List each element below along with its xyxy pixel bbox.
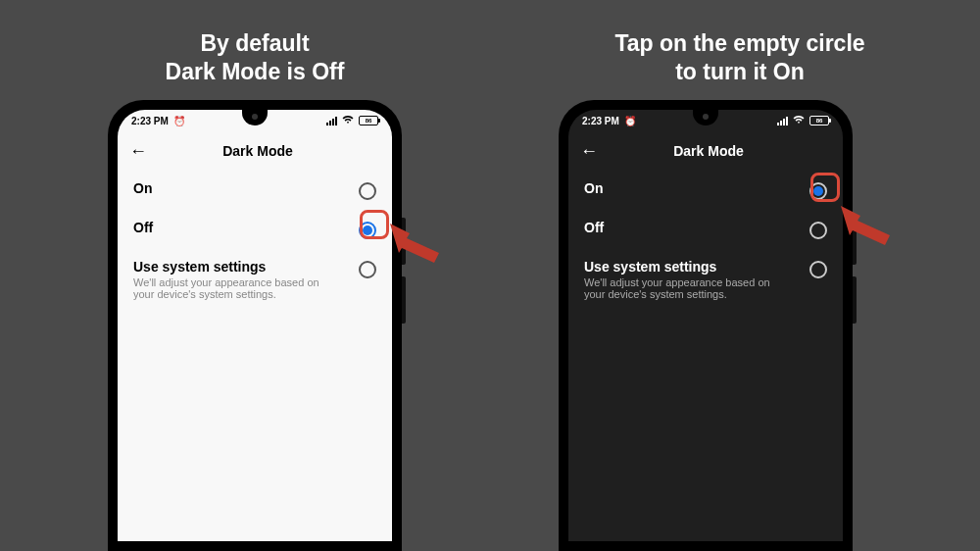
radio-off[interactable] [359,222,376,239]
alarm-icon: ⏰ [624,116,636,126]
volume-up-button[interactable] [402,218,406,265]
page-title: Dark Mode [612,143,806,159]
radio-on[interactable] [809,182,827,200]
option-on[interactable]: On [568,171,843,210]
caption-left: By default Dark Mode is Off [98,29,412,86]
option-system[interactable]: Use system settings We'll adjust your ap… [568,249,843,310]
caption-right-line1: Tap on the empty circle [614,30,864,56]
option-system-sub: We'll adjust your appearance based on yo… [133,276,329,300]
signal-icon [777,117,788,125]
caption-left-line2: Dark Mode is Off [166,59,345,84]
option-on[interactable]: On [118,171,392,210]
battery-icon: 86 [359,116,378,125]
caption-right: Tap on the empty circle to turn it On [568,29,911,86]
volume-down-button[interactable] [853,276,857,324]
radio-system[interactable] [359,261,376,278]
option-off-label: Off [584,220,604,235]
back-button[interactable]: ← [129,141,147,162]
option-off[interactable]: Off [568,210,843,249]
alarm-icon: ⏰ [173,116,185,126]
volume-up-button[interactable] [853,218,857,265]
option-system[interactable]: Use system settings We'll adjust your ap… [118,249,392,310]
back-button[interactable]: ← [580,141,598,162]
battery-icon: 86 [809,116,829,125]
option-system-sub: We'll adjust your appearance based on yo… [584,276,780,300]
wifi-icon [793,115,805,126]
status-time: 2:23 PM [582,116,619,126]
caption-right-line2: to turn it On [675,59,805,84]
status-time: 2:23 PM [131,116,169,126]
caption-left-line1: By default [200,30,309,56]
screen-dark: 2:23 PM ⏰ 86 ← Dark Mode On Off [568,110,843,541]
option-system-label: Use system settings [584,259,780,275]
title-bar: ← Dark Mode [568,131,843,171]
option-off[interactable]: Off [118,210,392,249]
radio-system[interactable] [809,261,827,278]
signal-icon [326,117,337,125]
radio-off[interactable] [809,222,827,239]
volume-down-button[interactable] [402,276,406,324]
option-on-label: On [133,180,152,196]
option-on-label: On [584,180,603,196]
option-system-label: Use system settings [133,259,329,275]
option-off-label: Off [133,220,153,235]
page-title: Dark Mode [161,143,355,159]
phone-dark: 2:23 PM ⏰ 86 ← Dark Mode On Off [559,100,853,551]
radio-on[interactable] [359,182,376,200]
title-bar: ← Dark Mode [118,131,392,171]
wifi-icon [342,115,354,126]
screen-light: 2:23 PM ⏰ 86 ← Dark Mode On Off [118,110,392,541]
phone-light: 2:23 PM ⏰ 86 ← Dark Mode On Off [108,100,402,551]
